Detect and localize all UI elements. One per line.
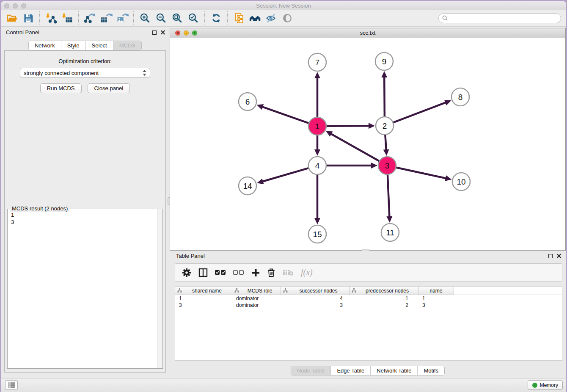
graph-node-3[interactable]: 3: [378, 157, 396, 174]
edge-arrowhead: [257, 104, 264, 110]
close-panel-button[interactable]: Close panel: [88, 83, 130, 93]
edge-1-6[interactable]: [261, 107, 309, 123]
table-row[interactable]: 3dominator323: [175, 302, 562, 309]
open-session-icon[interactable]: [4, 11, 20, 25]
result-scrollbar[interactable]: [157, 209, 162, 368]
export-image-icon[interactable]: [114, 11, 130, 25]
graph-node-1[interactable]: 1: [308, 117, 326, 135]
mcds-result-box[interactable]: 1 3: [8, 209, 162, 368]
clone-network-icon[interactable]: [231, 11, 247, 25]
tab-style[interactable]: Style: [61, 41, 86, 50]
tab-network-table[interactable]: Network Table: [371, 366, 418, 375]
network-close-button[interactable]: ✕: [175, 30, 180, 36]
window-zoom-button[interactable]: [21, 3, 26, 8]
table-toolbar: f(x): [175, 263, 562, 282]
export-network-icon[interactable]: [82, 11, 98, 25]
edge-3-11[interactable]: [388, 174, 390, 218]
cell-name[interactable]: 3: [418, 302, 454, 309]
zoom-selected-icon[interactable]: [185, 11, 201, 25]
tab-mcds[interactable]: MCDS: [113, 41, 141, 50]
tab-select[interactable]: Select: [86, 41, 113, 50]
tab-motifs[interactable]: Motifs: [418, 366, 444, 375]
run-mcds-button[interactable]: Run MCDS: [40, 83, 82, 93]
table-row[interactable]: 1dominator411: [175, 295, 562, 302]
function-builder-icon[interactable]: f(x): [301, 268, 313, 277]
cell-shared-name[interactable]: 3: [175, 302, 232, 309]
column-header-successor-nodes[interactable]: successor nodes: [281, 287, 350, 295]
close-table-panel-icon[interactable]: [556, 254, 561, 258]
graph-node-8[interactable]: 8: [451, 88, 469, 106]
task-history-button[interactable]: [5, 380, 18, 390]
window-minimize-button[interactable]: [13, 3, 18, 8]
edge-3-1[interactable]: [330, 133, 379, 161]
graph-node-14[interactable]: 14: [239, 177, 256, 195]
cell-MCDS-role[interactable]: dominator: [232, 295, 281, 302]
delete-row-icon[interactable]: [267, 268, 275, 277]
column-header-predecessor-nodes[interactable]: predecessor nodes: [350, 287, 418, 295]
close-panel-icon[interactable]: [160, 30, 165, 35]
svg-text:7: 7: [315, 58, 320, 67]
edge-arrowhead: [386, 216, 392, 223]
cell-successor-nodes[interactable]: 3: [281, 302, 350, 309]
edge-3-10[interactable]: [396, 167, 447, 178]
export-table-icon[interactable]: [98, 11, 114, 25]
cell-MCDS-role[interactable]: dominator: [232, 302, 281, 309]
edge-2-9[interactable]: [384, 76, 385, 117]
search-box[interactable]: [438, 13, 561, 23]
tab-edge-table[interactable]: Edge Table: [331, 366, 371, 375]
optimization-select[interactable]: strongly connected component: [20, 68, 150, 78]
node-table[interactable]: shared nameMCDS rolesuccessor nodesprede…: [175, 286, 562, 361]
graph-node-2[interactable]: 2: [376, 117, 394, 135]
table-header-row: shared nameMCDS rolesuccessor nodesprede…: [175, 287, 562, 295]
network-canvas[interactable]: 7968124314101511: [170, 38, 565, 250]
save-session-icon[interactable]: [20, 11, 36, 25]
graphics-details-icon[interactable]: [279, 11, 295, 25]
edge-4-14[interactable]: [262, 168, 309, 182]
table-settings-icon[interactable]: [182, 268, 191, 277]
svg-text:14: 14: [243, 182, 252, 190]
select-all-rows-icon[interactable]: [215, 270, 226, 275]
show-columns-icon[interactable]: [198, 268, 208, 277]
window-close-button[interactable]: [4, 3, 9, 8]
tab-node-table[interactable]: Node Table: [291, 366, 331, 375]
zoom-out-icon[interactable]: [153, 11, 169, 25]
zoom-fit-icon[interactable]: [169, 11, 185, 25]
cell-successor-nodes[interactable]: 4: [281, 295, 350, 302]
import-network-icon[interactable]: [43, 11, 59, 25]
hide-panels-icon[interactable]: [263, 11, 279, 25]
graph-node-11[interactable]: 11: [381, 224, 399, 241]
memory-button[interactable]: Memory: [528, 380, 563, 390]
select-stepper-icon: [143, 70, 146, 76]
edge-2-3[interactable]: [385, 135, 386, 151]
cell-name[interactable]: 1: [418, 295, 454, 302]
cell-predecessor-nodes[interactable]: 2: [350, 302, 418, 309]
edge-2-8[interactable]: [393, 102, 447, 122]
network-zoom-button[interactable]: +: [192, 30, 197, 36]
refresh-view-icon[interactable]: [208, 11, 224, 25]
float-panel-icon[interactable]: [152, 30, 157, 35]
zoom-in-icon[interactable]: [137, 11, 153, 25]
graph-node-9[interactable]: 9: [375, 52, 393, 70]
edge-1-2[interactable]: [326, 126, 370, 126]
float-table-panel-icon[interactable]: [548, 254, 553, 258]
network-minimize-button[interactable]: −: [184, 30, 189, 36]
delete-table-icon[interactable]: [283, 269, 294, 276]
show-all-networks-icon[interactable]: [247, 11, 263, 25]
cell-predecessor-nodes[interactable]: 1: [350, 295, 418, 302]
graph-node-15[interactable]: 15: [308, 225, 326, 243]
add-row-icon[interactable]: [251, 268, 260, 277]
import-table-icon[interactable]: [59, 11, 75, 25]
tab-network[interactable]: Network: [29, 41, 61, 50]
graph-node-4[interactable]: 4: [308, 157, 326, 174]
column-header-shared-name[interactable]: shared name: [175, 287, 232, 295]
main-toolbar: [1, 10, 566, 27]
graph-node-7[interactable]: 7: [308, 53, 326, 71]
cell-shared-name[interactable]: 1: [175, 295, 232, 302]
search-input[interactable]: [451, 15, 557, 22]
column-header-MCDS-role[interactable]: MCDS role: [232, 287, 281, 295]
graph-node-10[interactable]: 10: [452, 173, 470, 190]
graph-node-6[interactable]: 6: [239, 93, 256, 110]
memory-label: Memory: [540, 382, 558, 388]
deselect-all-rows-icon[interactable]: [233, 270, 244, 275]
column-header-name[interactable]: name: [418, 287, 454, 295]
